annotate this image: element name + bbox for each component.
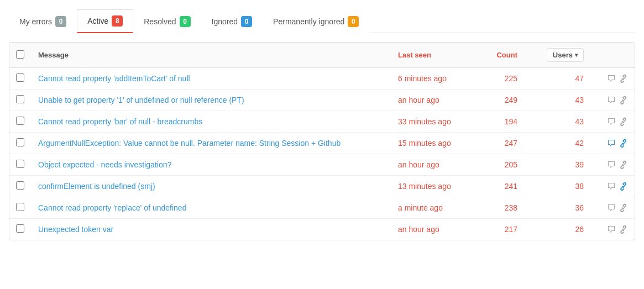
count-4: 247 xyxy=(480,133,524,154)
count-1: 225 xyxy=(480,68,524,90)
count-3: 194 xyxy=(480,111,524,133)
count-2: 249 xyxy=(480,90,524,111)
tab-badge-permanently-ignored: 0 xyxy=(348,16,359,27)
link-icon[interactable] xyxy=(619,182,628,191)
comment-icon[interactable] xyxy=(607,74,616,83)
table-row: Cannot read property 'replace' of undefi… xyxy=(9,197,635,219)
row-checkbox-3[interactable] xyxy=(16,117,24,125)
users-7: 36 xyxy=(524,197,590,219)
comment-icon[interactable] xyxy=(607,203,616,212)
actions-3 xyxy=(597,117,628,126)
error-link-2[interactable]: Unable to get property '1' of undefined … xyxy=(38,96,244,104)
error-link-5[interactable]: Object expected - needs investigation? xyxy=(38,160,171,169)
column-header-count: Count xyxy=(480,43,524,68)
last-seen-2: an hour ago xyxy=(391,90,480,111)
error-link-1[interactable]: Cannot read property 'addItemToCart' of … xyxy=(38,74,190,83)
tab-label-permanently-ignored: Permanently ignored xyxy=(273,17,344,26)
actions-8 xyxy=(597,225,628,234)
comment-icon[interactable] xyxy=(607,160,616,169)
row-checkbox-8[interactable] xyxy=(16,224,24,233)
tab-ignored[interactable]: Ignored0 xyxy=(201,9,263,33)
link-icon[interactable] xyxy=(619,225,628,234)
count-5: 205 xyxy=(480,154,524,176)
table-row: ArgumentNullException: Value cannot be n… xyxy=(9,133,635,154)
error-link-6[interactable]: confirmElement is undefined (smj) xyxy=(38,182,155,191)
actions-4 xyxy=(597,139,628,148)
tab-badge-my-errors: 0 xyxy=(55,16,66,27)
users-4: 42 xyxy=(524,133,590,154)
actions-5 xyxy=(597,160,628,169)
table-row: Unexpected token varan hour ago21726 xyxy=(9,219,635,240)
actions-2 xyxy=(597,96,628,104)
users-label: Users xyxy=(553,51,573,59)
errors-table: Message Last seen Count Users ▾ Cannot r… xyxy=(9,43,635,240)
tab-bar: My errors0Active8Resolved0Ignored0Perman… xyxy=(9,9,635,33)
error-link-4[interactable]: ArgumentNullException: Value cannot be n… xyxy=(38,139,341,148)
comment-icon[interactable] xyxy=(607,117,616,126)
last-seen-8: an hour ago xyxy=(391,219,480,240)
column-header-lastseen: Last seen xyxy=(391,43,480,68)
select-all-checkbox[interactable] xyxy=(16,50,24,59)
tab-label-active: Active xyxy=(87,17,108,25)
count-7: 238 xyxy=(480,197,524,219)
tab-badge-active: 8 xyxy=(112,15,123,27)
tab-resolved[interactable]: Resolved0 xyxy=(133,9,201,33)
tab-my-errors[interactable]: My errors0 xyxy=(9,9,77,33)
row-checkbox-7[interactable] xyxy=(16,203,24,211)
main-container: My errors0Active8Resolved0Ignored0Perman… xyxy=(0,0,644,289)
column-header-actions xyxy=(590,43,635,68)
error-link-7[interactable]: Cannot read property 'replace' of undefi… xyxy=(38,203,186,212)
last-seen-4: 15 minutes ago xyxy=(391,133,480,154)
tab-permanently-ignored[interactable]: Permanently ignored0 xyxy=(263,9,369,33)
last-seen-5: an hour ago xyxy=(391,154,480,176)
row-checkbox-2[interactable] xyxy=(16,95,24,103)
tab-label-ignored: Ignored xyxy=(212,17,238,26)
users-sort-button[interactable]: Users ▾ xyxy=(547,48,584,62)
count-8: 217 xyxy=(480,219,524,240)
users-6: 38 xyxy=(524,176,590,197)
row-checkbox-4[interactable] xyxy=(16,138,24,146)
tab-label-my-errors: My errors xyxy=(19,17,52,26)
comment-icon[interactable] xyxy=(607,139,616,148)
link-icon[interactable] xyxy=(619,160,628,169)
comment-icon[interactable] xyxy=(607,225,616,234)
link-icon[interactable] xyxy=(619,203,628,212)
users-5: 39 xyxy=(524,154,590,176)
column-header-message: Message xyxy=(32,43,391,68)
column-header-users: Users ▾ xyxy=(524,43,590,68)
errors-table-container: Message Last seen Count Users ▾ Cannot r… xyxy=(9,42,635,240)
last-seen-1: 6 minutes ago xyxy=(391,68,480,90)
users-3: 43 xyxy=(524,111,590,133)
users-1: 47 xyxy=(524,68,590,90)
table-row: confirmElement is undefined (smj)13 minu… xyxy=(9,176,635,197)
link-icon[interactable] xyxy=(619,96,628,104)
row-checkbox-1[interactable] xyxy=(16,73,24,82)
table-row: Cannot read property 'addItemToCart' of … xyxy=(9,68,635,90)
tab-badge-resolved: 0 xyxy=(180,16,191,27)
comment-icon[interactable] xyxy=(607,96,616,104)
users-8: 26 xyxy=(524,219,590,240)
count-6: 241 xyxy=(480,176,524,197)
error-link-3[interactable]: Cannot read property 'bar' of null - bre… xyxy=(38,117,202,126)
table-row: Object expected - needs investigation?an… xyxy=(9,154,635,176)
comment-icon[interactable] xyxy=(607,182,616,191)
users-2: 43 xyxy=(524,90,590,111)
row-checkbox-5[interactable] xyxy=(16,160,24,168)
error-link-8[interactable]: Unexpected token var xyxy=(38,225,113,234)
table-row: Unable to get property '1' of undefined … xyxy=(9,90,635,111)
last-seen-3: 33 minutes ago xyxy=(391,111,480,133)
actions-1 xyxy=(597,74,628,83)
last-seen-6: 13 minutes ago xyxy=(391,176,480,197)
chevron-down-icon: ▾ xyxy=(575,52,578,58)
actions-6 xyxy=(597,182,628,191)
tab-active[interactable]: Active8 xyxy=(77,9,133,33)
link-icon[interactable] xyxy=(619,139,628,148)
row-checkbox-6[interactable] xyxy=(16,181,24,190)
table-row: Cannot read property 'bar' of null - bre… xyxy=(9,111,635,133)
tab-badge-ignored: 0 xyxy=(241,16,252,27)
link-icon[interactable] xyxy=(619,117,628,126)
tab-label-resolved: Resolved xyxy=(144,17,176,26)
last-seen-7: a minute ago xyxy=(391,197,480,219)
link-icon[interactable] xyxy=(619,74,628,83)
actions-7 xyxy=(597,203,628,212)
